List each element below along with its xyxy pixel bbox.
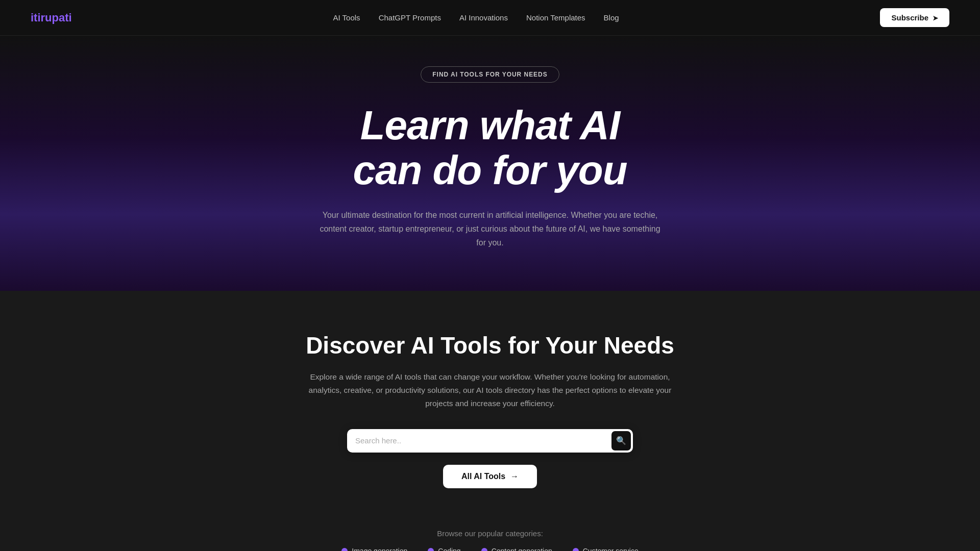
- categories-row: Image generation Coding Content generati…: [10, 547, 970, 551]
- hero-title-line2: can do for you: [353, 147, 627, 193]
- categories-label: Browse our popular categories:: [10, 529, 970, 538]
- discover-section: Discover AI Tools for Your Needs Explore…: [0, 291, 980, 519]
- category-dot-customer: [573, 548, 579, 551]
- hero-section: FIND AI TOOLS FOR YOUR NEEDS Learn what …: [0, 36, 980, 291]
- category-dot-content: [481, 548, 487, 551]
- search-input[interactable]: [355, 431, 611, 450]
- hero-subtitle: Your ultimate destination for the most c…: [316, 208, 664, 250]
- brand-logo[interactable]: itirupati: [31, 11, 72, 24]
- nav-ai-innovations[interactable]: AI Innovations: [459, 13, 508, 22]
- nav-ai-tools[interactable]: AI Tools: [333, 13, 360, 22]
- nav-blog[interactable]: Blog: [604, 13, 619, 22]
- category-dot-image: [341, 548, 348, 551]
- discover-title: Discover AI Tools for Your Needs: [10, 332, 970, 359]
- subscribe-label: Subscribe: [891, 13, 928, 22]
- nav-notion-templates[interactable]: Notion Templates: [526, 13, 585, 22]
- all-tools-button[interactable]: All AI Tools: [443, 465, 537, 488]
- category-coding[interactable]: Coding: [428, 547, 460, 551]
- find-tools-badge[interactable]: FIND AI TOOLS FOR YOUR NEEDS: [421, 66, 559, 83]
- category-dot-coding: [428, 548, 434, 551]
- categories-section: Browse our popular categories: Image gen…: [0, 519, 980, 551]
- search-icon: 🔍: [616, 436, 626, 445]
- category-label-content: Content generation: [492, 547, 552, 551]
- discover-subtitle: Explore a wide range of AI tools that ca…: [306, 370, 674, 411]
- nav-chatgpt-prompts[interactable]: ChatGPT Prompts: [379, 13, 441, 22]
- category-label-image: Image generation: [352, 547, 407, 551]
- category-label-coding: Coding: [438, 547, 460, 551]
- category-content-generation[interactable]: Content generation: [481, 547, 552, 551]
- category-image-generation[interactable]: Image generation: [341, 547, 407, 551]
- subscribe-button[interactable]: Subscribe: [880, 8, 949, 27]
- search-bar: 🔍: [347, 429, 633, 453]
- hero-title-line1: Learn what AI: [360, 103, 620, 148]
- send-icon: [933, 13, 938, 22]
- navbar: itirupati AI Tools ChatGPT Prompts AI In…: [0, 0, 980, 36]
- category-label-customer: Customer service: [583, 547, 639, 551]
- search-button[interactable]: 🔍: [611, 431, 631, 450]
- hero-title: Learn what AI can do for you: [353, 103, 627, 193]
- arrow-icon: [510, 472, 519, 481]
- nav-links: AI Tools ChatGPT Prompts AI Innovations …: [333, 13, 619, 22]
- category-customer-service[interactable]: Customer service: [573, 547, 639, 551]
- all-tools-label: All AI Tools: [461, 472, 505, 481]
